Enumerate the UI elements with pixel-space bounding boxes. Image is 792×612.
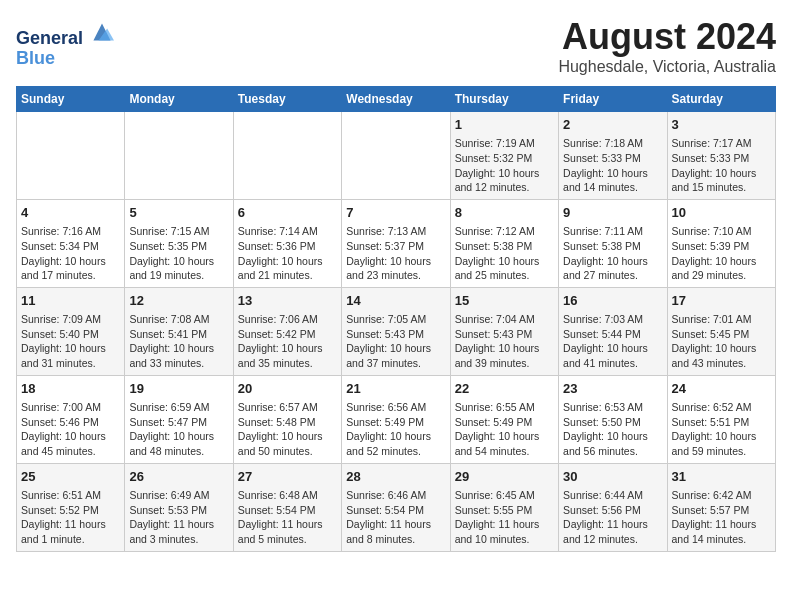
calendar-cell: 1Sunrise: 7:19 AMSunset: 5:32 PMDaylight…: [450, 112, 558, 200]
calendar-cell: 25Sunrise: 6:51 AMSunset: 5:52 PMDayligh…: [17, 463, 125, 551]
day-info: Sunrise: 6:53 AMSunset: 5:50 PMDaylight:…: [563, 400, 662, 459]
week-row-1: 1Sunrise: 7:19 AMSunset: 5:32 PMDaylight…: [17, 112, 776, 200]
calendar-cell: 15Sunrise: 7:04 AMSunset: 5:43 PMDayligh…: [450, 287, 558, 375]
logo: General Blue: [16, 20, 114, 69]
calendar-table: SundayMondayTuesdayWednesdayThursdayFrid…: [16, 86, 776, 552]
logo-text: General: [16, 20, 114, 49]
calendar-cell: 2Sunrise: 7:18 AMSunset: 5:33 PMDaylight…: [559, 112, 667, 200]
page-header: General Blue August 2024 Hughesdale, Vic…: [16, 16, 776, 76]
day-info: Sunrise: 7:15 AMSunset: 5:35 PMDaylight:…: [129, 224, 228, 283]
day-number: 17: [672, 292, 771, 310]
calendar-cell: 13Sunrise: 7:06 AMSunset: 5:42 PMDayligh…: [233, 287, 341, 375]
calendar-cell: 21Sunrise: 6:56 AMSunset: 5:49 PMDayligh…: [342, 375, 450, 463]
day-number: 12: [129, 292, 228, 310]
page-subtitle: Hughesdale, Victoria, Australia: [558, 58, 776, 76]
day-info: Sunrise: 6:46 AMSunset: 5:54 PMDaylight:…: [346, 488, 445, 547]
day-info: Sunrise: 7:09 AMSunset: 5:40 PMDaylight:…: [21, 312, 120, 371]
day-number: 10: [672, 204, 771, 222]
day-info: Sunrise: 7:18 AMSunset: 5:33 PMDaylight:…: [563, 136, 662, 195]
calendar-cell: 11Sunrise: 7:09 AMSunset: 5:40 PMDayligh…: [17, 287, 125, 375]
logo-icon: [90, 20, 114, 44]
calendar-cell: [233, 112, 341, 200]
day-info: Sunrise: 7:05 AMSunset: 5:43 PMDaylight:…: [346, 312, 445, 371]
day-info: Sunrise: 7:00 AMSunset: 5:46 PMDaylight:…: [21, 400, 120, 459]
calendar-cell: 22Sunrise: 6:55 AMSunset: 5:49 PMDayligh…: [450, 375, 558, 463]
day-info: Sunrise: 6:52 AMSunset: 5:51 PMDaylight:…: [672, 400, 771, 459]
calendar-cell: 10Sunrise: 7:10 AMSunset: 5:39 PMDayligh…: [667, 199, 775, 287]
header-saturday: Saturday: [667, 87, 775, 112]
calendar-cell: [17, 112, 125, 200]
day-info: Sunrise: 7:10 AMSunset: 5:39 PMDaylight:…: [672, 224, 771, 283]
day-info: Sunrise: 6:57 AMSunset: 5:48 PMDaylight:…: [238, 400, 337, 459]
day-info: Sunrise: 6:48 AMSunset: 5:54 PMDaylight:…: [238, 488, 337, 547]
calendar-cell: 8Sunrise: 7:12 AMSunset: 5:38 PMDaylight…: [450, 199, 558, 287]
calendar-cell: 17Sunrise: 7:01 AMSunset: 5:45 PMDayligh…: [667, 287, 775, 375]
day-info: Sunrise: 7:13 AMSunset: 5:37 PMDaylight:…: [346, 224, 445, 283]
day-number: 14: [346, 292, 445, 310]
header-wednesday: Wednesday: [342, 87, 450, 112]
day-number: 13: [238, 292, 337, 310]
header-sunday: Sunday: [17, 87, 125, 112]
day-number: 24: [672, 380, 771, 398]
title-block: August 2024 Hughesdale, Victoria, Austra…: [558, 16, 776, 76]
calendar-cell: 20Sunrise: 6:57 AMSunset: 5:48 PMDayligh…: [233, 375, 341, 463]
day-number: 3: [672, 116, 771, 134]
day-info: Sunrise: 6:56 AMSunset: 5:49 PMDaylight:…: [346, 400, 445, 459]
calendar-cell: 29Sunrise: 6:45 AMSunset: 5:55 PMDayligh…: [450, 463, 558, 551]
header-thursday: Thursday: [450, 87, 558, 112]
week-row-2: 4Sunrise: 7:16 AMSunset: 5:34 PMDaylight…: [17, 199, 776, 287]
logo-subtext: Blue: [16, 49, 114, 69]
day-number: 18: [21, 380, 120, 398]
calendar-cell: 5Sunrise: 7:15 AMSunset: 5:35 PMDaylight…: [125, 199, 233, 287]
page-title: August 2024: [558, 16, 776, 58]
day-info: Sunrise: 7:11 AMSunset: 5:38 PMDaylight:…: [563, 224, 662, 283]
day-info: Sunrise: 7:19 AMSunset: 5:32 PMDaylight:…: [455, 136, 554, 195]
day-info: Sunrise: 7:04 AMSunset: 5:43 PMDaylight:…: [455, 312, 554, 371]
day-number: 31: [672, 468, 771, 486]
day-number: 20: [238, 380, 337, 398]
calendar-cell: 18Sunrise: 7:00 AMSunset: 5:46 PMDayligh…: [17, 375, 125, 463]
calendar-cell: 24Sunrise: 6:52 AMSunset: 5:51 PMDayligh…: [667, 375, 775, 463]
day-number: 2: [563, 116, 662, 134]
calendar-cell: 14Sunrise: 7:05 AMSunset: 5:43 PMDayligh…: [342, 287, 450, 375]
day-number: 25: [21, 468, 120, 486]
day-info: Sunrise: 7:03 AMSunset: 5:44 PMDaylight:…: [563, 312, 662, 371]
day-number: 7: [346, 204, 445, 222]
day-number: 16: [563, 292, 662, 310]
week-row-5: 25Sunrise: 6:51 AMSunset: 5:52 PMDayligh…: [17, 463, 776, 551]
calendar-cell: 26Sunrise: 6:49 AMSunset: 5:53 PMDayligh…: [125, 463, 233, 551]
calendar-cell: 6Sunrise: 7:14 AMSunset: 5:36 PMDaylight…: [233, 199, 341, 287]
calendar-cell: 19Sunrise: 6:59 AMSunset: 5:47 PMDayligh…: [125, 375, 233, 463]
day-info: Sunrise: 6:51 AMSunset: 5:52 PMDaylight:…: [21, 488, 120, 547]
header-tuesday: Tuesday: [233, 87, 341, 112]
day-info: Sunrise: 6:42 AMSunset: 5:57 PMDaylight:…: [672, 488, 771, 547]
day-info: Sunrise: 7:08 AMSunset: 5:41 PMDaylight:…: [129, 312, 228, 371]
header-row: SundayMondayTuesdayWednesdayThursdayFrid…: [17, 87, 776, 112]
calendar-cell: 30Sunrise: 6:44 AMSunset: 5:56 PMDayligh…: [559, 463, 667, 551]
day-info: Sunrise: 6:55 AMSunset: 5:49 PMDaylight:…: [455, 400, 554, 459]
day-info: Sunrise: 6:59 AMSunset: 5:47 PMDaylight:…: [129, 400, 228, 459]
calendar-cell: 28Sunrise: 6:46 AMSunset: 5:54 PMDayligh…: [342, 463, 450, 551]
day-info: Sunrise: 7:06 AMSunset: 5:42 PMDaylight:…: [238, 312, 337, 371]
day-number: 28: [346, 468, 445, 486]
header-monday: Monday: [125, 87, 233, 112]
header-friday: Friday: [559, 87, 667, 112]
day-info: Sunrise: 7:16 AMSunset: 5:34 PMDaylight:…: [21, 224, 120, 283]
calendar-cell: 31Sunrise: 6:42 AMSunset: 5:57 PMDayligh…: [667, 463, 775, 551]
day-number: 11: [21, 292, 120, 310]
week-row-4: 18Sunrise: 7:00 AMSunset: 5:46 PMDayligh…: [17, 375, 776, 463]
day-number: 6: [238, 204, 337, 222]
day-number: 21: [346, 380, 445, 398]
day-info: Sunrise: 6:44 AMSunset: 5:56 PMDaylight:…: [563, 488, 662, 547]
day-number: 23: [563, 380, 662, 398]
day-number: 22: [455, 380, 554, 398]
day-number: 27: [238, 468, 337, 486]
week-row-3: 11Sunrise: 7:09 AMSunset: 5:40 PMDayligh…: [17, 287, 776, 375]
day-number: 8: [455, 204, 554, 222]
day-number: 1: [455, 116, 554, 134]
day-info: Sunrise: 7:12 AMSunset: 5:38 PMDaylight:…: [455, 224, 554, 283]
calendar-cell: 3Sunrise: 7:17 AMSunset: 5:33 PMDaylight…: [667, 112, 775, 200]
calendar-cell: 12Sunrise: 7:08 AMSunset: 5:41 PMDayligh…: [125, 287, 233, 375]
day-number: 4: [21, 204, 120, 222]
day-number: 26: [129, 468, 228, 486]
